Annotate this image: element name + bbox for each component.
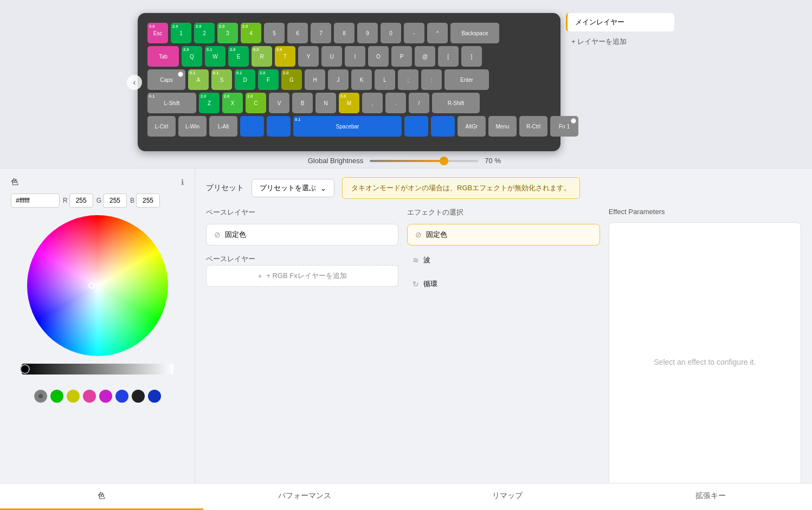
- key-row-1: 3.0Esc 2.01 2.02 2.03 2.04 5 6 7 8 9 0 -…: [147, 23, 551, 43]
- swatch-purple[interactable]: [99, 390, 112, 403]
- key-slash[interactable]: /: [409, 93, 429, 113]
- key-i[interactable]: I: [345, 46, 365, 67]
- key-x[interactable]: 2.0X: [222, 93, 243, 113]
- key-colon[interactable]: :: [421, 69, 442, 90]
- key-f[interactable]: 2.0F: [258, 69, 279, 90]
- key-b[interactable]: B: [292, 93, 313, 113]
- key-esc[interactable]: 3.0Esc: [147, 23, 168, 43]
- brightness-slider[interactable]: [370, 160, 478, 162]
- tab-extra-keys[interactable]: 拡張キー: [609, 483, 813, 510]
- color-wheel[interactable]: [27, 215, 168, 356]
- key-backspace[interactable]: Backspace: [450, 23, 499, 43]
- color-panel-title: 色: [11, 177, 18, 187]
- key-h[interactable]: H: [305, 69, 325, 90]
- main-layer-button[interactable]: メインレイヤー: [566, 13, 674, 31]
- key-1[interactable]: 2.01: [171, 23, 191, 43]
- key-p[interactable]: P: [391, 46, 412, 67]
- tab-remap[interactable]: リマップ: [406, 483, 609, 510]
- b-input[interactable]: [136, 193, 160, 208]
- key-lbracket[interactable]: [: [438, 46, 459, 67]
- swatch-black[interactable]: [132, 390, 145, 403]
- key-n[interactable]: N: [315, 93, 336, 113]
- key-lctrl[interactable]: L-Ctrl: [147, 116, 176, 137]
- effect-option-wave[interactable]: ≋ 波: [407, 251, 600, 269]
- key-row-5: L-Ctrl L-Win L-Alt 0.1Spacebar AltGr Men…: [147, 116, 551, 137]
- key-c[interactable]: 2.0C: [246, 93, 266, 113]
- key-r[interactable]: 0.0R: [252, 46, 272, 67]
- swatch-blue[interactable]: [115, 390, 128, 403]
- key-caps[interactable]: Caps: [147, 69, 185, 90]
- key-extra3[interactable]: [404, 116, 428, 137]
- r-label: R: [63, 197, 68, 204]
- key-7[interactable]: 7: [311, 23, 331, 43]
- hex-input[interactable]: [11, 193, 60, 208]
- key-9[interactable]: 9: [357, 23, 378, 43]
- key-tab[interactable]: Tab: [147, 46, 179, 67]
- key-rbracket[interactable]: ]: [461, 46, 482, 67]
- key-fn1[interactable]: Fn 1: [550, 116, 578, 137]
- key-g[interactable]: 2.0G: [281, 69, 302, 90]
- key-d[interactable]: 0.1D: [235, 69, 255, 90]
- key-6[interactable]: 6: [287, 23, 308, 43]
- key-lwin[interactable]: L-Win: [178, 116, 207, 137]
- key-t[interactable]: 3.0T: [275, 46, 295, 67]
- preset-select[interactable]: プリセットを選ぶ ⌄: [252, 179, 334, 197]
- key-m[interactable]: 3.0M: [339, 93, 359, 113]
- swatch-gray[interactable]: [34, 390, 47, 403]
- swatch-pink[interactable]: [83, 390, 96, 403]
- key-q[interactable]: 2.0Q: [182, 46, 202, 67]
- base-layer-option-solid[interactable]: ⊘ 固定色: [206, 224, 398, 246]
- r-input[interactable]: [69, 193, 93, 208]
- g-input[interactable]: [103, 193, 127, 208]
- key-semicolon[interactable]: ;: [398, 69, 418, 90]
- add-fx-layer-button[interactable]: + + RGB Fxレイヤーを追加: [206, 265, 398, 287]
- key-2[interactable]: 2.02: [194, 23, 215, 43]
- effect-option-cycle[interactable]: ↻ 循環: [407, 275, 600, 293]
- key-spacebar[interactable]: 0.1Spacebar: [293, 116, 402, 137]
- key-w[interactable]: 0.1W: [205, 46, 225, 67]
- key-rshift[interactable]: R-Shift: [432, 93, 480, 113]
- key-a[interactable]: 0.1A: [188, 69, 209, 90]
- key-minus[interactable]: -: [404, 23, 424, 43]
- key-menu[interactable]: Menu: [488, 116, 517, 137]
- tab-color-label: 色: [98, 491, 105, 501]
- key-extra1[interactable]: [240, 116, 264, 137]
- key-period[interactable]: .: [385, 93, 406, 113]
- key-v[interactable]: V: [269, 93, 289, 113]
- swatch-green[interactable]: [50, 390, 63, 403]
- key-l[interactable]: L: [375, 69, 395, 90]
- key-z[interactable]: 2.0Z: [199, 93, 220, 113]
- add-layer-button[interactable]: + レイヤーを追加: [566, 34, 674, 50]
- key-lalt[interactable]: L-Alt: [209, 116, 237, 137]
- swatch-dark-blue[interactable]: [148, 390, 161, 403]
- key-at[interactable]: @: [415, 46, 435, 67]
- tab-performance[interactable]: パフォーマンス: [203, 483, 407, 510]
- key-8[interactable]: 8: [334, 23, 355, 43]
- key-y[interactable]: Y: [298, 46, 319, 67]
- key-lshift[interactable]: 0.1L-Shift: [147, 93, 196, 113]
- key-u[interactable]: U: [321, 46, 342, 67]
- key-j[interactable]: J: [328, 69, 349, 90]
- tab-color[interactable]: 色: [0, 483, 203, 510]
- key-e[interactable]: 2.0E: [228, 46, 249, 67]
- key-4[interactable]: 2.04: [241, 23, 261, 43]
- key-3[interactable]: 2.03: [217, 23, 238, 43]
- key-0[interactable]: 0: [381, 23, 401, 43]
- color-brightness-strip[interactable]: [22, 364, 173, 375]
- effect-option-solid[interactable]: ⊘ 固定色: [407, 224, 600, 246]
- scroll-left-button[interactable]: ‹: [127, 75, 142, 90]
- key-comma[interactable]: ,: [362, 93, 383, 113]
- key-o[interactable]: O: [368, 46, 389, 67]
- effect-wave-label: 波: [423, 255, 430, 265]
- key-altgr[interactable]: AltGr: [457, 116, 486, 137]
- key-s[interactable]: 0.1S: [211, 69, 232, 90]
- swatch-yellow[interactable]: [67, 390, 80, 403]
- key-extra4[interactable]: [431, 116, 455, 137]
- info-icon[interactable]: ℹ: [181, 178, 184, 186]
- key-extra2[interactable]: [267, 116, 291, 137]
- key-enter[interactable]: Enter: [444, 69, 489, 90]
- key-caret[interactable]: ^: [427, 23, 448, 43]
- key-5[interactable]: 5: [264, 23, 285, 43]
- key-rctrl[interactable]: R-Ctrl: [519, 116, 547, 137]
- key-k[interactable]: K: [351, 69, 372, 90]
